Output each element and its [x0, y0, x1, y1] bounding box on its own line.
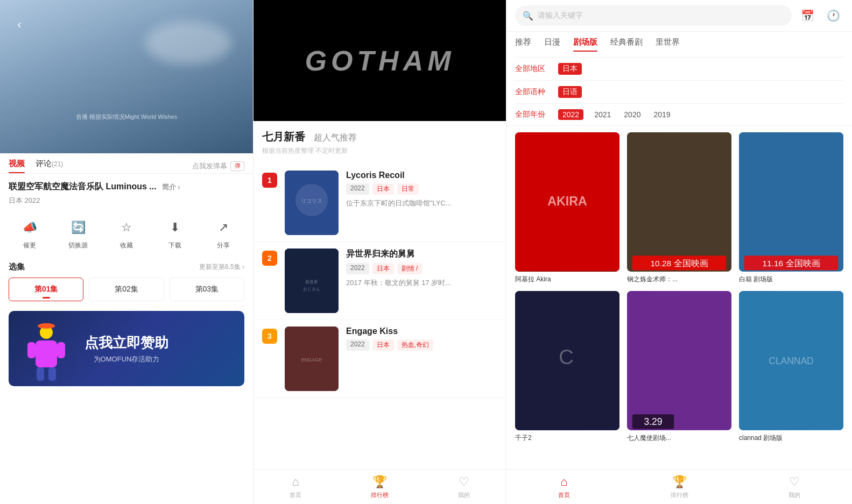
filter-row-language: 全部语种 日语 — [515, 81, 843, 104]
right-nav-ranking[interactable]: 🏆 排行榜 — [622, 470, 737, 504]
promo-content: 点我立即赞助 为OMOFUN存活助力 — [85, 333, 168, 364]
nav-profile[interactable]: ♡ 我的 — [422, 470, 506, 504]
right-nav-home[interactable]: ⌂ 首页 — [506, 470, 622, 504]
tag-genre: 剧情 / — [397, 263, 423, 274]
filter-nav-theater[interactable]: 剧场版 — [573, 37, 597, 52]
grid-thumb: 10.28 全国映画 — [627, 132, 731, 272]
episode-btn-3[interactable]: 第03集 — [170, 278, 244, 301]
episode-list: 第01集 第02集 第03集 — [9, 278, 244, 301]
right-nav-profile[interactable]: ♡ 我的 — [737, 470, 852, 504]
action-urge[interactable]: 📣 催更 — [19, 217, 40, 250]
anime-thumbnail: リコリス — [285, 171, 339, 235]
anime-name: Lycoris Recoil — [346, 171, 497, 180]
nav-home[interactable]: ⌂ 首页 — [254, 470, 337, 504]
filter-year-label: 全部年份 — [515, 110, 558, 119]
grid-item-fma[interactable]: 10.28 全国映画 钢之炼金术师：... — [627, 132, 731, 283]
anime-info-mid: 异世界归来的舅舅 2022 日本 剧情 / 2017 年秋：敬文的舅舅 17 岁… — [346, 249, 497, 288]
tag-region: 日本 — [372, 263, 394, 274]
history-icon: 🕐 — [827, 9, 840, 22]
episode-btn-2[interactable]: 第02集 — [89, 278, 164, 301]
tag-genre: 热血,奇幻 — [397, 339, 433, 351]
profile-icon: ♡ — [789, 475, 800, 489]
svg-rect-2 — [27, 342, 36, 358]
grid-title: 白箱 剧场版 — [739, 275, 843, 284]
action-collect[interactable]: ☆ 收藏 — [116, 217, 137, 250]
filter-language-label: 全部语种 — [515, 87, 558, 97]
promo-sub-text: 为OMOFUN存活助力 — [94, 354, 160, 364]
svg-rect-3 — [57, 342, 65, 358]
search-box[interactable]: 🔍 请输入关键字 — [515, 5, 792, 26]
tag-region: 日本 — [372, 183, 394, 195]
list-item[interactable]: 1 リコリス Lycoris Recoil 2022 日本 日常 位于东京下町的… — [254, 164, 506, 242]
episode-btn-1[interactable]: 第01集 — [9, 278, 83, 301]
filter-nav-classic[interactable]: 经典番剧 — [610, 37, 643, 52]
action-download[interactable]: ⬇ 下载 — [165, 217, 185, 250]
grid-title: 钢之炼金术师：... — [627, 275, 731, 284]
list-item[interactable]: 3 ENGAGE Engage Kiss 2022 日本 热血,奇幻 — [254, 320, 506, 398]
anime-thumbnail: 異世界 おじさん — [285, 249, 339, 313]
svg-text:リコリス: リコリス — [301, 198, 322, 204]
svg-text:CLANNAD: CLANNAD — [769, 356, 813, 367]
anime-list: 1 リコリス Lycoris Recoil 2022 日本 日常 位于东京下町的… — [254, 159, 506, 469]
filter-region-label: 全部地区 — [515, 64, 558, 74]
filter-region-options: 日本 — [558, 63, 582, 75]
anime-thumbnail: ENGAGE — [285, 326, 339, 391]
grid-item-hakobako[interactable]: 11.16 全国映画 白箱 剧场版 — [739, 132, 843, 283]
promo-banner[interactable]: 点我立即赞助 为OMOFUN存活助力 — [9, 311, 244, 386]
intro-link[interactable]: 简介 › — [162, 182, 180, 192]
filter-year-options: 2022 2021 2020 2019 — [558, 109, 673, 120]
filter-nav-recommend[interactable]: 推荐 — [515, 37, 531, 52]
svg-text:3.29: 3.29 — [644, 416, 663, 427]
svg-rect-18 — [627, 132, 731, 271]
history-button[interactable]: 🕐 — [823, 5, 843, 26]
tag-year: 2022 — [346, 183, 369, 195]
download-icon: ⬇ — [165, 217, 185, 238]
filter-option-2021[interactable]: 2021 — [592, 109, 613, 120]
promo-main-text: 点我立即赞助 — [85, 333, 168, 352]
svg-rect-21 — [739, 132, 843, 271]
svg-rect-26 — [627, 292, 731, 430]
action-row: 📣 催更 🔄 切换源 ☆ 收藏 ⬇ 下载 ↗ 分享 — [0, 211, 253, 257]
tab-video[interactable]: 视频 — [9, 159, 25, 173]
filter-option-japan[interactable]: 日本 — [558, 63, 582, 75]
filter-nav: 推荐 日漫 剧场版 经典番剧 里世界 — [515, 32, 843, 58]
filter-option-2019[interactable]: 2019 — [651, 109, 672, 120]
anime-info: 联盟空军航空魔法音乐队 Luminous ... 简介 › 日本 2022 — [0, 174, 253, 211]
filter-option-japanese[interactable]: 日语 — [558, 86, 582, 98]
switch-icon: 🔄 — [68, 217, 88, 238]
grid-title: clannad 剧场版 — [739, 434, 843, 443]
grid-item-trinity[interactable]: 3.29 七人魔使剧场... — [627, 291, 731, 442]
section-desc: 根据当前热度整理 不定时更新 — [262, 146, 497, 155]
grid-item-senshi2[interactable]: C 千子2 — [515, 291, 619, 442]
filter-nav-ura[interactable]: 里世界 — [656, 37, 680, 52]
calendar-button[interactable]: 📅 — [797, 5, 818, 26]
anime-desc: 2017 年秋：敬文的舅舅 17 岁时... — [346, 278, 497, 288]
filter-option-2022[interactable]: 2022 — [558, 109, 583, 120]
collect-icon: ☆ — [116, 217, 137, 238]
episode-update-link[interactable]: 更新至第6.5集 › — [199, 262, 244, 272]
urge-icon: 📣 — [19, 217, 40, 238]
danmu-button[interactable]: 点我发弹幕 弹 — [192, 161, 244, 171]
svg-text:C: C — [559, 346, 576, 369]
profile-icon: ♡ — [459, 475, 469, 489]
anime-title-row: 联盟空军航空魔法音乐队 Luminous ... 简介 › — [9, 181, 244, 193]
nav-ranking[interactable]: 🏆 排行榜 — [337, 470, 421, 504]
svg-text:11.16 全国映画: 11.16 全国映画 — [762, 259, 820, 268]
rank-badge: 1 — [262, 173, 277, 188]
action-switch-source[interactable]: 🔄 切换源 — [68, 217, 88, 250]
filter-nav-manga[interactable]: 日漫 — [544, 37, 560, 52]
filter-row-year: 全部年份 2022 2021 2020 2019 — [515, 104, 843, 125]
search-icon: 🔍 — [523, 11, 533, 21]
grid-thumb: CLANNAD — [739, 291, 843, 430]
filter-option-2020[interactable]: 2020 — [622, 109, 643, 120]
back-button[interactable]: ‹ — [11, 16, 28, 33]
action-share[interactable]: ↗ 分享 — [213, 217, 234, 250]
search-placeholder: 请输入关键字 — [538, 11, 583, 20]
section-sub-title: 超人气推荐 — [314, 132, 357, 144]
grid-item-clannad[interactable]: CLANNAD clannad 剧场版 — [739, 291, 843, 442]
tab-comments[interactable]: 评论(21) — [36, 159, 63, 173]
list-item[interactable]: 2 異世界 おじさん 异世界归来的舅舅 2022 日本 剧情 / 2017 年秋… — [254, 242, 506, 320]
episode-header: 选集 更新至第6.5集 › — [9, 262, 244, 272]
anime-info-mid: Engage Kiss 2022 日本 热血,奇幻 — [346, 326, 497, 354]
grid-item-akira[interactable]: AKIRA 阿基拉 Akira — [515, 132, 619, 283]
